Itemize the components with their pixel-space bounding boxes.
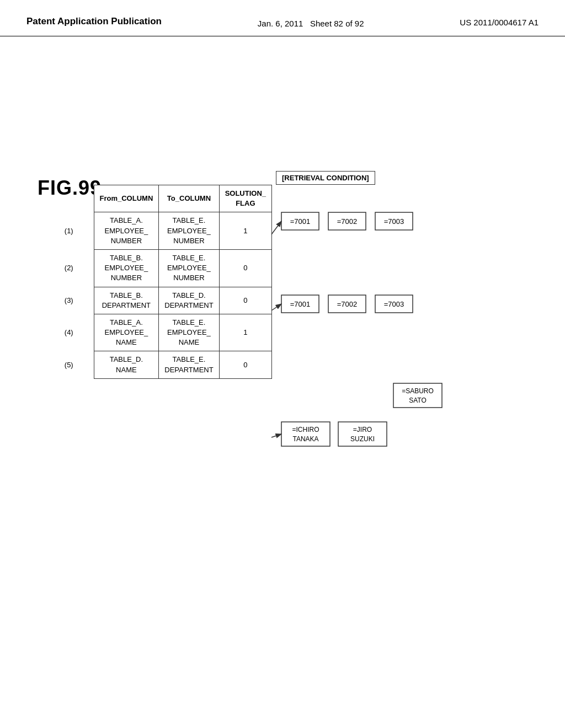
svg-line-23 <box>271 434 281 437</box>
svg-text:SATO: SATO <box>409 397 427 404</box>
svg-text:=SABURO: =SABURO <box>402 387 434 395</box>
svg-text:=7001: =7001 <box>290 300 311 308</box>
publication-date: Jan. 6, 2011 <box>258 19 303 28</box>
svg-text:=7003: =7003 <box>384 300 404 308</box>
publication-title: Patent Application Publication <box>26 15 162 28</box>
svg-text:=7003: =7003 <box>384 217 404 226</box>
page-header: Patent Application Publication Jan. 6, 2… <box>0 0 565 36</box>
svg-text:=ICHIRO: =ICHIRO <box>292 426 319 433</box>
svg-text:=7001: =7001 <box>290 217 311 226</box>
diagram-svg: =7001 =7002 =7003 =7001 =7002 =7003 =ICH… <box>33 85 530 692</box>
svg-text:=7002: =7002 <box>337 300 358 308</box>
svg-text:SUZUKI: SUZUKI <box>350 435 375 443</box>
svg-line-13 <box>271 304 281 311</box>
patent-number: US 2011/0004617 A1 <box>460 15 539 27</box>
header-date-sheet: Jan. 6, 2011 Sheet 82 of 92 <box>258 15 364 30</box>
svg-text:=7002: =7002 <box>337 217 358 226</box>
svg-text:=JIRO: =JIRO <box>353 426 372 433</box>
svg-text:TANAKA: TANAKA <box>292 435 318 443</box>
sheet-info: Sheet 82 of 92 <box>310 19 364 28</box>
svg-line-6 <box>271 221 281 234</box>
